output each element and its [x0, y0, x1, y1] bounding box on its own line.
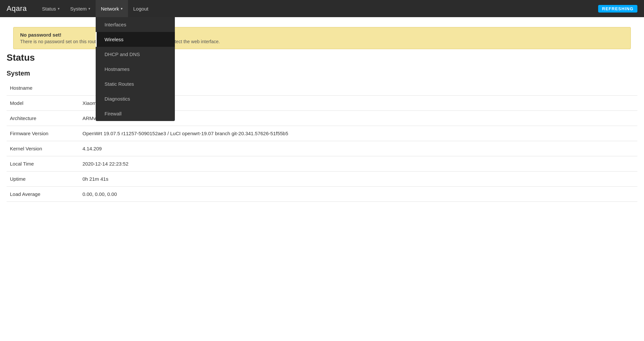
app-brand[interactable]: Aqara	[7, 4, 27, 13]
table-row: Load Average 0.00, 0.00, 0.00	[7, 187, 637, 202]
row-label: Local Time	[7, 156, 79, 171]
row-value: 0h 21m 41s	[79, 171, 637, 187]
dropdown-item-interfaces[interactable]: Interfaces	[96, 17, 175, 32]
dropdown-item-diagnostics[interactable]: Diagnostics	[96, 91, 175, 106]
dropdown-item-wireless[interactable]: Wireless	[96, 32, 175, 47]
refreshing-badge: REFRESHING	[598, 5, 637, 13]
row-label: Firmware Version	[7, 126, 79, 141]
row-label: Hostname	[7, 80, 79, 96]
dropdown-item-firewall[interactable]: Firewall	[96, 106, 175, 121]
table-row: Firmware Version OpenWrt 19.07.5 r11257-…	[7, 126, 637, 141]
nav-item-status[interactable]: Status ▾	[37, 0, 65, 17]
dropdown-item-static-routes[interactable]: Static Routes	[96, 77, 175, 91]
table-row: Uptime 0h 21m 41s	[7, 171, 637, 187]
row-value: 2020-12-14 22:23:52	[79, 156, 637, 171]
table-row: Kernel Version 4.14.209	[7, 141, 637, 156]
navbar: Aqara Status ▾ System ▾ Network ▾ Interf…	[0, 0, 644, 17]
status-caret-icon: ▾	[58, 7, 60, 11]
nav-item-network[interactable]: Network ▾ Interfaces Wireless DHCP and D…	[96, 0, 128, 17]
table-row: Local Time 2020-12-14 22:23:52	[7, 156, 637, 171]
nav-items: Status ▾ System ▾ Network ▾ Interfaces W…	[37, 0, 598, 17]
nav-item-logout[interactable]: Logout	[128, 0, 154, 17]
row-label: Model	[7, 96, 79, 111]
network-dropdown: Interfaces Wireless DHCP and DNS Hostnam…	[96, 17, 175, 121]
row-value: OpenWrt 19.07.5 r11257-5090152ae3 / LuCI…	[79, 126, 637, 141]
dropdown-item-dhcp-dns[interactable]: DHCP and DNS	[96, 47, 175, 62]
nav-item-system[interactable]: System ▾	[65, 0, 96, 17]
network-caret-icon: ▾	[121, 7, 123, 11]
dropdown-item-hostnames[interactable]: Hostnames	[96, 62, 175, 77]
system-caret-icon: ▾	[88, 7, 90, 11]
row-label: Architecture	[7, 111, 79, 126]
row-value: 4.14.209	[79, 141, 637, 156]
row-label: Load Average	[7, 187, 79, 202]
row-value: 0.00, 0.00, 0.00	[79, 187, 637, 202]
row-label: Uptime	[7, 171, 79, 187]
row-label: Kernel Version	[7, 141, 79, 156]
